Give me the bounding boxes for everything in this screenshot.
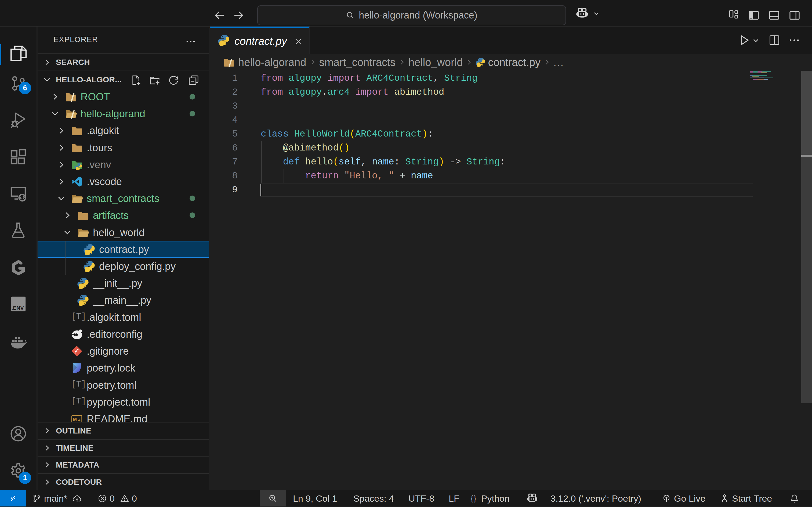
svg-text:.ENV: .ENV [11,305,24,311]
svg-text:M: M [73,417,77,422]
